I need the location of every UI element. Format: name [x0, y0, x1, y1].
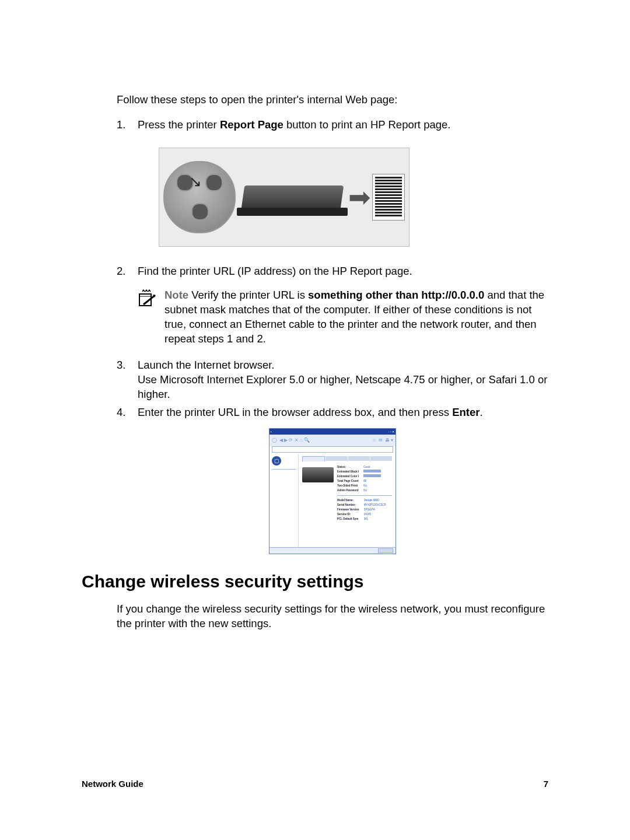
section-heading: Change wireless security settings: [82, 572, 548, 592]
callout-arrow-icon: ↘: [189, 172, 202, 192]
step-4-pre: Enter the printer URL in the browser add…: [138, 406, 452, 418]
printer-illustration: [237, 174, 348, 220]
arrow-right-icon: ➡: [348, 184, 371, 211]
step-number: 3.: [117, 358, 138, 402]
ews-label: Status:: [337, 465, 359, 469]
ews-value: 80: [363, 479, 381, 483]
step-3-line1: Launch the Internet browser.: [138, 359, 274, 371]
ews-value: Deskjet 6800: [364, 498, 386, 502]
ews-value: Good: [363, 465, 381, 469]
report-page-bold: Report Page: [220, 118, 284, 131]
note-bold: something other than http://0.0.0.0: [308, 289, 484, 301]
note-box: Note Verify the printer URL is something…: [138, 288, 548, 346]
step-1-post: button to print an HP Report page.: [284, 118, 451, 131]
step-1-pre: Press the printer: [138, 118, 220, 131]
ews-label: Two-Sided Printi: [337, 484, 359, 488]
ews-label: Serial Number:: [337, 503, 359, 507]
enter-bold: Enter: [452, 406, 480, 418]
step-2-text: Find the printer URL (IP address) on the…: [138, 264, 548, 279]
step-1-text: Press the printer Report Page button to …: [138, 118, 548, 132]
note-label: Note: [164, 289, 188, 301]
footer-guide-name: Network Guide: [82, 779, 144, 789]
ews-value: 14145: [364, 512, 386, 516]
step-3-text: Launch the Internet browser. Use Microso…: [138, 358, 548, 402]
step-number: 1.: [117, 118, 138, 132]
ews-label: Service ID:: [337, 512, 359, 516]
ews-label: Estimated Black I: [337, 470, 359, 474]
step-3-line2: Use Microsoft Internet Explorer 5.0 or h…: [138, 373, 547, 400]
step-number: 4.: [117, 405, 138, 420]
ews-label: Firmware Version: [337, 508, 359, 512]
control-panel-circle: ↘: [163, 161, 236, 233]
footer-page-number: 7: [544, 779, 548, 789]
note-icon: [138, 288, 158, 346]
ews-label: Total Page Count: [337, 479, 359, 483]
ews-label: Admin Password: [337, 488, 359, 492]
ews-value: MY42P1D0VC3CR: [364, 503, 386, 507]
ews-label: Model Name:: [337, 498, 359, 502]
step-number: 2.: [117, 264, 138, 279]
ews-label: PCL Default Sym: [337, 517, 359, 521]
note-pre: Verify the printer URL is: [188, 289, 308, 301]
section-body: If you change the wireless security sett…: [117, 602, 548, 631]
note-text: Note Verify the printer URL is something…: [164, 288, 548, 346]
ews-value: No: [363, 488, 381, 492]
printer-report-figure: ↘ ➡: [159, 148, 548, 247]
embedded-web-server-figure: ▪- ▫ ✕ ◯◀ ▶ ⟳ ✕ ⌂ 🔍☆✉🖶 ▾ ▢: [269, 428, 396, 554]
ews-value: No: [363, 484, 381, 488]
ews-label: Estimated Color I: [337, 474, 359, 478]
ews-value: SP3a1PA: [364, 508, 386, 512]
report-page-illustration: [372, 174, 405, 220]
intro-text: Follow these steps to open the printer's…: [117, 93, 548, 107]
step-4-post: .: [480, 406, 482, 418]
step-4-text: Enter the printer URL in the browser add…: [138, 405, 548, 420]
ews-value: 341: [364, 517, 386, 521]
